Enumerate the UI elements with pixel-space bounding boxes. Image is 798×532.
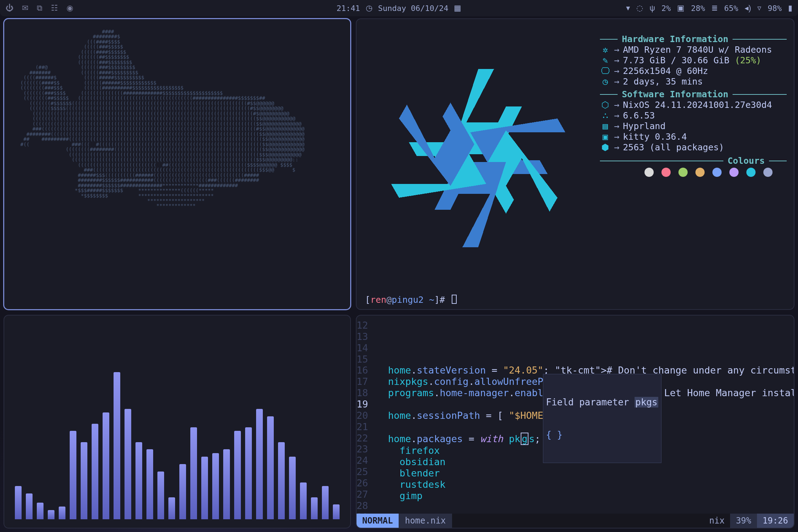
chat-icon[interactable]: ☷ xyxy=(51,4,58,13)
cpu-value: AMD Ryzen 7 7840U w/ Radeons xyxy=(623,45,772,55)
scroll-percent-indicator: 39% xyxy=(730,514,757,528)
colour-swatch xyxy=(661,168,671,177)
visualizer-bar xyxy=(103,412,109,519)
visualizer-bar xyxy=(289,457,296,519)
code-content[interactable]: Field parameter pkgs { } home.stateVersi… xyxy=(377,320,794,514)
prompt-user: ren xyxy=(370,295,386,305)
code-line[interactable]: gimp xyxy=(377,490,794,502)
terminal-ascii-art[interactable]: #### ########$ (((####$$$$ (((((###$$$$$… xyxy=(4,18,351,310)
prompt-cursor xyxy=(452,295,457,304)
visualizer-bar xyxy=(168,497,175,519)
visualizer-bar xyxy=(333,504,340,519)
kernel-value: 6.6.53 xyxy=(623,110,655,121)
visualizer-bar xyxy=(81,442,87,519)
visualizer-bar xyxy=(48,510,54,519)
colours-heading: Colours xyxy=(728,156,765,166)
term-icon: ▣ xyxy=(600,132,611,142)
editor-icon[interactable]: ⧉ xyxy=(37,4,42,13)
visualizer-bar xyxy=(26,493,33,519)
top-bar: ⏻ ✉ ⧉ ☷ ◉ 21:41 ◷ Sunday 06/10/24 ▦ ▾ ◌ … xyxy=(0,0,798,16)
speaker-icon[interactable]: ◂) xyxy=(745,4,751,13)
mem-icon: ✎ xyxy=(600,55,611,66)
colour-swatch xyxy=(678,168,688,177)
code-line[interactable]: vscode xyxy=(377,513,794,514)
filetype-indicator: nix xyxy=(704,514,730,528)
visualizer-bar xyxy=(278,442,285,519)
visualizer-bar xyxy=(37,503,44,519)
prompt-host: pingu2 xyxy=(392,295,423,305)
code-line[interactable] xyxy=(377,354,794,365)
flame-icon[interactable]: ψ xyxy=(649,4,655,13)
visualizer-bar xyxy=(300,482,307,519)
signal-icon: ▿ xyxy=(757,4,761,13)
colour-swatch xyxy=(695,168,705,177)
visualizer-bar xyxy=(15,486,22,519)
line-number-gutter: 1213141516171819202122232425262728293031… xyxy=(357,320,377,514)
hint-title: Field parameter xyxy=(546,397,629,407)
term-value: kitty 0.36.4 xyxy=(623,132,687,142)
code-line[interactable]: blender xyxy=(377,468,794,479)
visualizer-bar xyxy=(267,416,274,519)
os-icon: ⬡ xyxy=(600,100,611,110)
mem-percent: 28% xyxy=(691,4,705,13)
wm-icon: ▤ xyxy=(600,121,611,132)
software-heading: Software Information xyxy=(600,89,787,100)
display-icon: 🖵 xyxy=(600,66,611,76)
kernel-icon: ⛬ xyxy=(600,110,611,121)
visualizer-bar xyxy=(201,457,208,519)
prompt-path: ~ xyxy=(429,295,434,305)
visualizer-bar xyxy=(234,431,241,519)
colour-swatch xyxy=(763,168,773,177)
visualizer-bar xyxy=(212,453,219,519)
pkg-icon: ⬢ xyxy=(600,142,611,153)
chip-icon: ▣ xyxy=(677,4,684,13)
top-bar-right: ▾ ◌ ψ 2% ▣ 28% ≣ 65% ◂) ▿ 98% ▮ xyxy=(626,4,792,13)
visualizer-bar xyxy=(157,472,164,519)
visualizer-bar xyxy=(70,431,76,519)
editor-statusline: NORMAL home.nix nix 39% 19:26 xyxy=(357,514,794,528)
hint-param: pkgs xyxy=(635,397,658,407)
visualizer-bar xyxy=(223,449,230,519)
power-icon[interactable]: ⏻ xyxy=(6,4,13,13)
visualizer-bar xyxy=(245,427,252,519)
fetch-info: Hardware Information ✲→AMD Ryzen 7 7840U… xyxy=(600,23,787,295)
wifi-icon[interactable]: ▾ xyxy=(626,4,630,13)
pkg-value: 2563 (all packages) xyxy=(623,142,724,153)
ascii-art-rabbit: #### ########$ (((####$$$$ (((((###$$$$$… xyxy=(4,19,350,223)
colour-swatch xyxy=(729,168,739,177)
ring-icon[interactable]: ◌ xyxy=(636,4,643,13)
clock-time: 21:41 xyxy=(337,4,360,13)
visualizer-bar xyxy=(190,427,197,519)
nixos-logo xyxy=(379,59,577,259)
visualizer-bar xyxy=(125,409,131,519)
calendar-icon[interactable]: ▦ xyxy=(454,4,461,13)
uptime-icon: ◷ xyxy=(600,76,611,87)
os-value: NixOS 24.11.20241001.27e30d4 xyxy=(623,100,772,110)
mail-icon[interactable]: ✉ xyxy=(22,4,28,13)
code-area[interactable]: 1213141516171819202122232425262728293031… xyxy=(357,316,794,514)
workspace: #### ########$ (((####$$$$ (((((###$$$$$… xyxy=(4,18,794,528)
lines-icon: ≣ xyxy=(711,4,718,13)
clock-icon: ◷ xyxy=(366,4,372,13)
cpu-percent: 2% xyxy=(661,4,671,13)
hardware-heading: Hardware Information xyxy=(600,34,787,45)
uptime-value: 2 days, 35 mins xyxy=(623,76,703,87)
visualizer-bar xyxy=(59,507,65,519)
shell-prompt[interactable]: [ren@pingu2 ~]# xyxy=(365,295,787,305)
editor-window[interactable]: 1213141516171819202122232425262728293031… xyxy=(356,315,794,528)
mode-indicator: NORMAL xyxy=(357,514,399,528)
code-line[interactable] xyxy=(377,502,794,513)
music-icon[interactable]: ◉ xyxy=(66,4,73,13)
mem-value: 7.73 GiB / 30.66 GiB xyxy=(623,55,729,65)
lsp-hint-popup: Field parameter pkgs { } xyxy=(543,374,661,463)
audio-visualizer[interactable] xyxy=(4,315,351,528)
colour-swatch xyxy=(746,168,756,177)
top-bar-center: 21:41 ◷ Sunday 06/10/24 ▦ xyxy=(337,4,462,13)
visualizer-bar xyxy=(322,486,329,519)
code-line[interactable]: rustdesk xyxy=(377,479,794,490)
visualizer-bar xyxy=(311,497,318,519)
mem-pct: (25%) xyxy=(735,55,761,65)
cpu-icon: ✲ xyxy=(600,45,611,55)
terminal-fetch[interactable]: Hardware Information ✲→AMD Ryzen 7 7840U… xyxy=(356,18,794,310)
cursor-position-indicator: 19:26 xyxy=(757,514,794,528)
